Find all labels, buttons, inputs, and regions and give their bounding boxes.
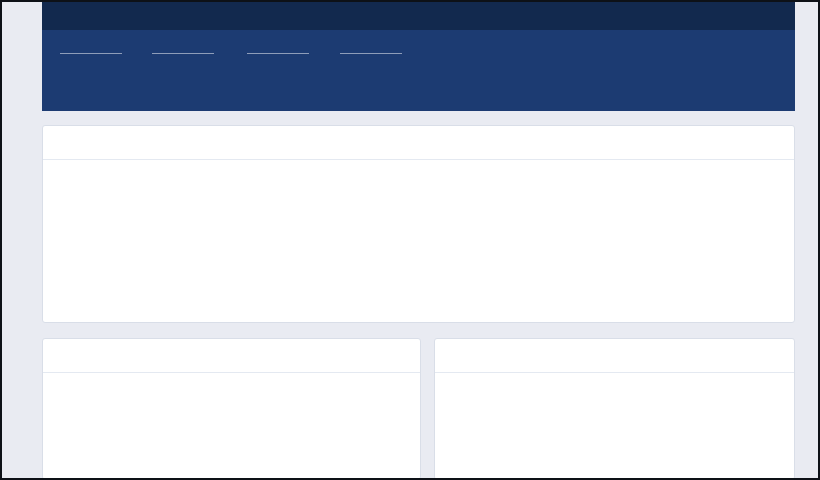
dashboard-description-banner [42,2,795,30]
card-divider [43,372,420,373]
card-ip-addresses [434,338,795,480]
frame-border-left [0,0,2,480]
kpi-underline [247,53,309,54]
logins-line-chart[interactable] [43,161,794,323]
kpi-total-users[interactable] [60,42,122,63]
kpi-underline [340,53,402,54]
card-who-logs-in-most [42,125,795,323]
card-divider [43,159,794,160]
card-user-agents [42,338,421,480]
kpi-underline [152,53,214,54]
frame-border-top [0,0,820,2]
kpi-underline [60,53,122,54]
kpi-total-logins[interactable] [152,42,214,63]
ip-bar-chart[interactable] [435,339,794,479]
donut-hover-highlight [259,397,361,480]
kpi-panel [42,30,795,111]
kpi-max-login-time[interactable] [340,42,402,63]
kpi-avg-login-time[interactable] [247,42,309,63]
